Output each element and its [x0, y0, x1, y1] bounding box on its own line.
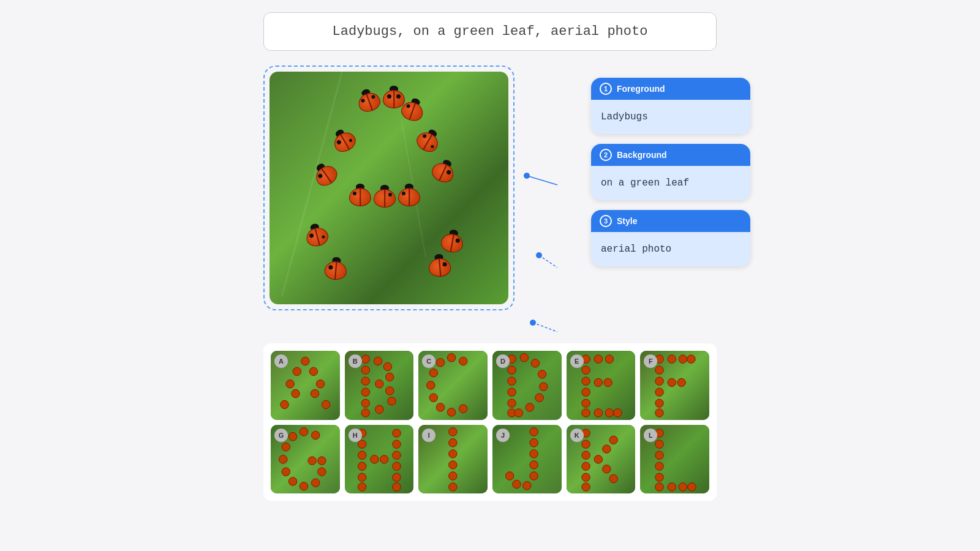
svg-point-47: [535, 394, 544, 402]
svg-point-123: [602, 465, 611, 473]
thumb-H[interactable]: H: [345, 425, 414, 494]
svg-point-122: [609, 436, 618, 444]
svg-point-40: [508, 388, 516, 397]
svg-point-121: [602, 444, 611, 453]
svg-point-84: [318, 456, 326, 465]
thumb-E[interactable]: E: [567, 351, 636, 420]
svg-point-26: [388, 397, 396, 405]
thumb-label-B: B: [349, 354, 362, 368]
svg-point-31: [429, 369, 438, 377]
svg-point-127: [655, 451, 664, 459]
search-bar[interactable]: Ladybugs, on a green leaf, aerial photo: [263, 12, 717, 51]
thumb-D[interactable]: D: [492, 351, 562, 420]
svg-point-5: [530, 320, 536, 326]
search-text: Ladybugs, on a green leaf, aerial photo: [333, 24, 648, 39]
svg-point-116: [581, 451, 590, 459]
svg-point-55: [581, 409, 590, 418]
svg-point-25: [385, 387, 394, 395]
style-card[interactable]: 3 Style aerial photo: [591, 210, 750, 266]
svg-point-18: [361, 388, 370, 397]
svg-point-104: [449, 471, 458, 480]
svg-point-70: [679, 355, 687, 364]
svg-line-4: [533, 323, 557, 332]
svg-point-117: [581, 462, 590, 471]
svg-point-60: [594, 409, 603, 418]
thumb-label-D: D: [496, 354, 510, 368]
thumb-label-L: L: [644, 429, 657, 442]
image-wrapper: [263, 66, 514, 310]
svg-point-13: [281, 400, 289, 409]
svg-point-94: [392, 451, 401, 459]
svg-point-28: [459, 357, 468, 365]
svg-point-30: [437, 358, 445, 367]
svg-point-39: [508, 377, 516, 386]
thumb-label-A: A: [274, 354, 288, 368]
svg-point-7: [293, 367, 301, 376]
svg-point-32: [427, 381, 435, 390]
svg-point-74: [311, 431, 320, 440]
svg-point-108: [530, 449, 538, 458]
svg-point-79: [282, 468, 290, 476]
svg-point-80: [288, 477, 297, 485]
svg-point-81: [300, 482, 308, 490]
svg-point-93: [392, 440, 401, 448]
card-body-foreground: Ladybugs: [591, 100, 750, 134]
svg-line-0: [527, 176, 557, 185]
thumb-label-E: E: [570, 354, 584, 368]
svg-point-98: [370, 455, 379, 463]
page-container: Ladybugs, on a green leaf, aerial photo: [184, 12, 796, 501]
foreground-card[interactable]: 1 Foreground Ladybugs: [591, 78, 750, 134]
svg-point-8: [309, 367, 318, 376]
svg-point-59: [603, 378, 612, 387]
thumb-J[interactable]: J: [492, 425, 562, 494]
svg-point-110: [530, 471, 538, 480]
thumb-F[interactable]: F: [640, 351, 709, 420]
thumb-G[interactable]: G: [271, 425, 340, 494]
svg-point-38: [508, 366, 516, 375]
cards-area: 1 Foreground Ladybugs 2 Background on a: [591, 78, 750, 266]
thumb-A[interactable]: A: [271, 351, 340, 420]
svg-point-41: [508, 399, 516, 408]
svg-point-102: [449, 449, 458, 458]
thumb-C[interactable]: C: [418, 351, 488, 420]
svg-line-2: [539, 255, 557, 268]
thumb-I[interactable]: I: [418, 425, 488, 494]
svg-point-17: [361, 377, 370, 386]
svg-point-90: [358, 473, 366, 482]
svg-point-99: [380, 455, 388, 463]
thumb-label-G: G: [274, 429, 288, 442]
svg-point-100: [449, 427, 458, 436]
svg-point-101: [449, 438, 458, 447]
svg-point-58: [594, 378, 603, 387]
svg-point-113: [505, 471, 514, 480]
svg-point-76: [288, 432, 297, 441]
card-header-style: 3 Style: [591, 210, 750, 232]
svg-point-48: [526, 403, 534, 412]
card-number-1: 1: [600, 83, 612, 95]
thumb-K[interactable]: K: [567, 425, 636, 494]
svg-point-131: [668, 482, 676, 491]
svg-point-23: [385, 373, 394, 381]
svg-point-95: [392, 462, 401, 471]
svg-point-49: [514, 409, 523, 418]
svg-point-119: [581, 482, 590, 491]
card-type-foreground: Foreground: [617, 84, 665, 94]
thumb-L[interactable]: L: [640, 425, 709, 494]
svg-point-107: [530, 438, 538, 447]
card-number-3: 3: [600, 215, 612, 227]
svg-point-46: [540, 383, 548, 391]
svg-point-112: [513, 480, 521, 489]
svg-point-92: [392, 429, 401, 437]
svg-point-20: [361, 409, 370, 418]
thumbnail-grid: A B: [263, 343, 717, 501]
svg-point-118: [581, 473, 590, 482]
background-card[interactable]: 2 Background on a green leaf: [591, 144, 750, 200]
svg-point-43: [520, 354, 529, 362]
svg-point-82: [311, 479, 320, 487]
thumb-label-H: H: [349, 429, 362, 442]
svg-point-124: [609, 474, 618, 483]
card-type-style: Style: [617, 216, 637, 226]
svg-point-45: [538, 370, 546, 379]
thumb-B[interactable]: B: [345, 351, 414, 420]
svg-point-72: [668, 378, 676, 387]
